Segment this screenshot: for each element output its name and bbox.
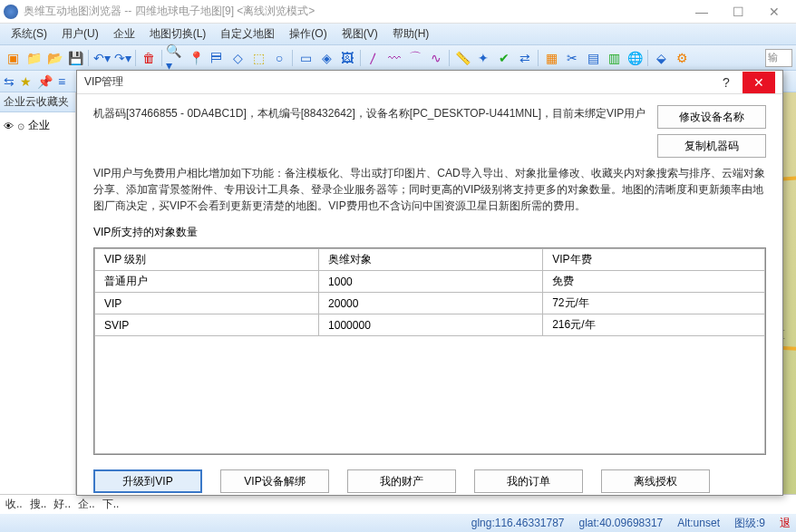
compass-icon[interactable]: ✦ (474, 49, 492, 67)
status-bar: glng:116.46331787 glat:40.09698317 Alt:u… (0, 514, 796, 532)
loc-icon[interactable]: ◈ (317, 49, 335, 67)
window-title: 奥维互动地图浏览器 -- 四维地球电子地图[9] <离线浏览模式> (24, 4, 315, 19)
line-icon[interactable]: 〳 (364, 49, 383, 67)
toolbar-separator (161, 50, 162, 66)
thumbtack-icon[interactable]: 📌 (37, 74, 53, 89)
col-objects: 奥维对象 (319, 249, 543, 271)
toolbar-separator (88, 50, 89, 66)
vip-table: VIP 级别 奥维对象 VIP年费 普通用户 1000 免费 VIP 20000… (93, 247, 766, 455)
tab-friends[interactable]: 好.. (53, 497, 71, 512)
list-icon[interactable]: ≡ (58, 74, 65, 89)
sidebar-panel: 企业云收藏夹 企业 (0, 92, 76, 494)
toolbar-separator (538, 50, 539, 66)
table-header-row: VIP 级别 奥维对象 VIP年费 (95, 249, 765, 271)
toolbar-separator (135, 50, 136, 66)
grid-icon[interactable]: ▤ (584, 49, 602, 67)
globe-icon[interactable]: 🌐 (626, 49, 644, 67)
unbind-device-button[interactable]: VIP设备解绑 (220, 469, 329, 493)
box-icon[interactable]: ⬚ (249, 49, 267, 67)
menu-bar: 系统(S) 用户(U) 企业 地图切换(L) 自定义地图 操作(O) 视图(V)… (0, 24, 796, 45)
status-alt: Alt:unset (677, 517, 720, 529)
new-icon[interactable]: ▣ (4, 49, 22, 67)
curve-icon[interactable]: ⌒ (406, 49, 424, 67)
minimize-button[interactable]: — (684, 1, 720, 23)
mark-icon[interactable]: ✔ (495, 49, 513, 67)
cut-icon[interactable]: ✂ (563, 49, 581, 67)
vip-dialog: VIP管理 ? ✕ 机器码[37466855 - 0DA4BC1D]，本机编号[… (76, 70, 783, 496)
save-icon[interactable]: 💾 (66, 49, 84, 67)
dialog-body: 机器码[37466855 - 0DA4BC1D]，本机编号[88432642]，… (77, 94, 782, 495)
menu-user[interactable]: 用户(U) (54, 24, 106, 44)
shape-icon[interactable]: ◇ (228, 49, 247, 67)
redo-icon[interactable]: ↷▾ (113, 49, 131, 67)
north-icon[interactable]: ⬙ (652, 49, 670, 67)
node-icon (17, 120, 24, 132)
zoom-icon[interactable]: 🔍▾ (166, 49, 184, 67)
delete-icon[interactable]: 🗑 (140, 49, 158, 67)
circle-icon[interactable]: ○ (270, 49, 288, 67)
tree-icon[interactable]: ⇆ (4, 74, 15, 89)
table-row: SVIP 1000000 216元/年 (95, 314, 765, 336)
menu-view[interactable]: 视图(V) (335, 24, 385, 44)
status-glng: glng:116.46331787 (471, 517, 565, 529)
main-titlebar: 奥维互动地图浏览器 -- 四维地球电子地图[9] <离线浏览模式> — ☐ ✕ (0, 0, 796, 24)
search-input[interactable]: 输 (765, 49, 792, 67)
ruler-icon[interactable]: 📏 (453, 49, 471, 67)
toolbar-separator (449, 50, 450, 66)
close-button[interactable]: ✕ (756, 1, 792, 23)
app-logo-icon (4, 5, 18, 19)
menu-help[interactable]: 帮助(H) (385, 24, 437, 44)
gear-icon[interactable]: ⚙ (673, 49, 691, 67)
layer-icon[interactable]: ▥ (605, 49, 623, 67)
device-info-text: 机器码[37466855 - 0DA4BC1D]，本机编号[88432642]，… (93, 105, 646, 121)
table-row: 普通用户 1000 免费 (95, 271, 765, 293)
col-fee: VIP年费 (543, 249, 765, 271)
tab-search[interactable]: 搜.. (30, 497, 47, 512)
rect-icon[interactable]: ▭ (296, 49, 315, 67)
wave-icon[interactable]: ∿ (427, 49, 445, 67)
menu-system[interactable]: 系统(S) (4, 24, 54, 44)
copy-machine-code-button[interactable]: 复制机器码 (657, 134, 766, 158)
rename-device-button[interactable]: 修改设备名称 (657, 105, 766, 129)
window-controls: — ☐ ✕ (684, 1, 792, 23)
tree-node-enterprise[interactable]: 企业 (4, 118, 72, 133)
undo-icon[interactable]: ↶▾ (92, 49, 111, 67)
folder-icon[interactable]: 📂 (45, 49, 63, 67)
bottom-tabs: 收.. 搜.. 好.. 企.. 下.. (0, 494, 796, 514)
route-icon[interactable]: ⇄ (516, 49, 534, 67)
vip-table-label: VIP所支持的对象数量 (93, 225, 766, 240)
node-label: 企业 (28, 118, 50, 133)
upgrade-vip-button[interactable]: 升级到VIP (93, 469, 202, 493)
polyline-icon[interactable]: 〰 (385, 49, 403, 67)
star-icon[interactable]: ★ (20, 74, 32, 89)
col-level: VIP 级别 (95, 249, 319, 271)
my-orders-button[interactable]: 我的订单 (474, 469, 583, 493)
dialog-title: VIP管理 (84, 74, 123, 90)
menu-enterprise[interactable]: 企业 (106, 24, 142, 44)
table-row: VIP 20000 72元/年 (95, 293, 765, 314)
toolbar-separator (360, 50, 361, 66)
sidebar-tree[interactable]: 企业 (0, 112, 75, 494)
tab-enterprise[interactable]: 企.. (78, 497, 95, 512)
pin-icon[interactable]: 📍 (187, 49, 205, 67)
vip-description-text: VIP用户与免费用户相比增加如下功能：备注模板化、导出或打印图片、CAD导入导出… (93, 165, 766, 214)
flag-icon[interactable]: ⛿ (208, 49, 226, 67)
status-update[interactable]: 退 (780, 516, 791, 531)
offline-auth-button[interactable]: 离线授权 (601, 469, 710, 493)
image-icon[interactable]: 🖼 (338, 49, 356, 67)
dialog-close-button[interactable]: ✕ (743, 72, 775, 93)
menu-custommap[interactable]: 自定义地图 (213, 24, 282, 44)
dialog-help-button[interactable]: ? (710, 72, 743, 93)
tab-favorites[interactable]: 收.. (5, 497, 23, 512)
open-icon[interactable]: 📁 (24, 49, 43, 67)
maximize-button[interactable]: ☐ (720, 1, 756, 23)
toolbar-separator (647, 50, 648, 66)
main-toolbar: ▣ 📁 📂 💾 ↶▾ ↷▾ 🗑 🔍▾ 📍 ⛿ ◇ ⬚ ○ ▭ ◈ 🖼 〳 〰 ⌒… (0, 45, 796, 71)
snap-icon[interactable]: ▦ (542, 49, 560, 67)
tab-download[interactable]: 下.. (102, 497, 120, 512)
visibility-icon[interactable] (4, 120, 14, 132)
toolbar-separator (292, 50, 293, 66)
menu-mapswitch[interactable]: 地图切换(L) (142, 24, 214, 44)
menu-operate[interactable]: 操作(O) (282, 24, 334, 44)
my-assets-button[interactable]: 我的财产 (347, 469, 456, 493)
